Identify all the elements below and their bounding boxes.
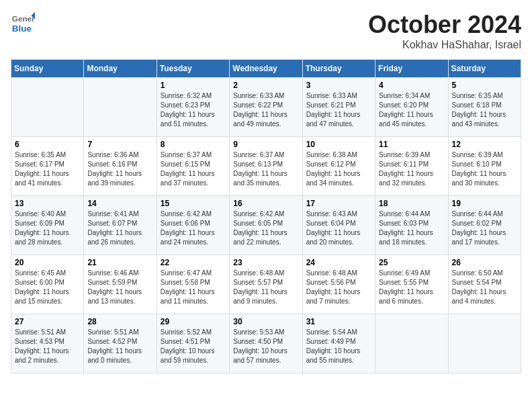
sunrise-text: Sunrise: 5:51 AM bbox=[87, 328, 138, 336]
sunrise-text: Sunrise: 6:41 AM bbox=[87, 210, 138, 218]
day-number: 17 bbox=[306, 199, 371, 208]
daylight-text: Daylight: 11 hours and 18 minutes. bbox=[379, 229, 433, 246]
day-number: 2 bbox=[233, 81, 298, 90]
calendar-cell: 12 Sunrise: 6:39 AM Sunset: 6:10 PM Dayl… bbox=[448, 137, 521, 196]
day-number: 15 bbox=[161, 199, 226, 208]
sunset-text: Sunset: 6:23 PM bbox=[161, 101, 210, 109]
sunset-text: Sunset: 4:52 PM bbox=[87, 338, 137, 345]
weekday-header-cell: Wednesday bbox=[230, 60, 302, 78]
sunset-text: Sunset: 4:51 PM bbox=[161, 338, 210, 345]
weekday-header-cell: Sunday bbox=[11, 60, 84, 78]
calendar-cell: 7 Sunrise: 6:36 AM Sunset: 6:16 PM Dayli… bbox=[84, 137, 157, 196]
sunrise-text: Sunrise: 5:51 AM bbox=[15, 328, 66, 336]
sunset-text: Sunset: 5:59 PM bbox=[87, 279, 137, 286]
calendar-cell: 30 Sunrise: 5:53 AM Sunset: 4:50 PM Dayl… bbox=[230, 314, 302, 373]
cell-info: Sunrise: 6:48 AM Sunset: 5:56 PM Dayligh… bbox=[306, 269, 371, 306]
sunrise-text: Sunrise: 6:37 AM bbox=[233, 151, 284, 158]
calendar-week-row: 27 Sunrise: 5:51 AM Sunset: 4:53 PM Dayl… bbox=[11, 314, 521, 373]
sunrise-text: Sunrise: 6:43 AM bbox=[306, 210, 357, 218]
day-number: 16 bbox=[233, 199, 298, 208]
calendar-cell bbox=[375, 314, 448, 373]
weekday-header-cell: Tuesday bbox=[157, 60, 229, 78]
daylight-text: Daylight: 11 hours and 43 minutes. bbox=[452, 111, 506, 128]
calendar-cell: 17 Sunrise: 6:43 AM Sunset: 6:04 PM Dayl… bbox=[302, 196, 375, 255]
calendar-week-row: 20 Sunrise: 6:45 AM Sunset: 6:00 PM Dayl… bbox=[11, 255, 521, 314]
daylight-text: Daylight: 11 hours and 11 minutes. bbox=[161, 288, 215, 305]
day-number: 20 bbox=[15, 258, 80, 267]
sunset-text: Sunset: 6:07 PM bbox=[87, 220, 137, 227]
sunrise-text: Sunrise: 6:32 AM bbox=[161, 92, 212, 99]
calendar-cell: 31 Sunrise: 5:54 AM Sunset: 4:49 PM Dayl… bbox=[302, 314, 375, 373]
sunrise-text: Sunrise: 6:33 AM bbox=[233, 92, 284, 99]
day-number: 14 bbox=[87, 199, 152, 208]
sunset-text: Sunset: 6:21 PM bbox=[306, 101, 356, 109]
sunrise-text: Sunrise: 5:53 AM bbox=[233, 328, 284, 336]
daylight-text: Daylight: 11 hours and 22 minutes. bbox=[233, 229, 287, 246]
sunrise-text: Sunrise: 6:35 AM bbox=[15, 151, 66, 158]
calendar-cell: 21 Sunrise: 6:46 AM Sunset: 5:59 PM Dayl… bbox=[84, 255, 157, 314]
cell-info: Sunrise: 5:52 AM Sunset: 4:51 PM Dayligh… bbox=[161, 328, 226, 365]
day-number: 18 bbox=[379, 199, 444, 208]
day-number: 25 bbox=[379, 258, 444, 267]
cell-info: Sunrise: 6:36 AM Sunset: 6:16 PM Dayligh… bbox=[87, 150, 152, 188]
daylight-text: Daylight: 11 hours and 49 minutes. bbox=[233, 111, 287, 128]
cell-info: Sunrise: 6:41 AM Sunset: 6:07 PM Dayligh… bbox=[87, 210, 152, 247]
sunrise-text: Sunrise: 6:38 AM bbox=[306, 151, 357, 158]
day-number: 1 bbox=[161, 81, 226, 90]
daylight-text: Daylight: 11 hours and 32 minutes. bbox=[379, 170, 433, 187]
sunrise-text: Sunrise: 6:48 AM bbox=[306, 269, 357, 277]
calendar-cell: 16 Sunrise: 6:42 AM Sunset: 6:05 PM Dayl… bbox=[230, 196, 302, 255]
calendar-body: 1 Sunrise: 6:32 AM Sunset: 6:23 PM Dayli… bbox=[11, 78, 521, 373]
cell-info: Sunrise: 6:39 AM Sunset: 6:10 PM Dayligh… bbox=[452, 150, 517, 188]
daylight-text: Daylight: 11 hours and 34 minutes. bbox=[306, 170, 361, 187]
sunset-text: Sunset: 6:22 PM bbox=[233, 101, 283, 109]
sunset-text: Sunset: 6:05 PM bbox=[233, 220, 283, 227]
sunset-text: Sunset: 6:18 PM bbox=[452, 101, 502, 109]
cell-info: Sunrise: 6:42 AM Sunset: 6:06 PM Dayligh… bbox=[161, 210, 226, 247]
sunset-text: Sunset: 4:50 PM bbox=[233, 338, 283, 345]
day-number: 9 bbox=[233, 140, 298, 149]
day-number: 26 bbox=[452, 258, 517, 267]
cell-info: Sunrise: 6:47 AM Sunset: 5:58 PM Dayligh… bbox=[161, 269, 226, 306]
calendar-cell: 13 Sunrise: 6:40 AM Sunset: 6:09 PM Dayl… bbox=[11, 196, 84, 255]
cell-info: Sunrise: 6:33 AM Sunset: 6:22 PM Dayligh… bbox=[233, 91, 298, 129]
calendar-cell: 27 Sunrise: 5:51 AM Sunset: 4:53 PM Dayl… bbox=[11, 314, 84, 373]
day-number: 23 bbox=[233, 258, 298, 267]
sunrise-text: Sunrise: 6:39 AM bbox=[452, 151, 503, 158]
calendar-cell: 24 Sunrise: 6:48 AM Sunset: 5:56 PM Dayl… bbox=[302, 255, 375, 314]
daylight-text: Daylight: 11 hours and 15 minutes. bbox=[15, 288, 69, 305]
calendar-cell: 26 Sunrise: 6:50 AM Sunset: 5:54 PM Dayl… bbox=[448, 255, 521, 314]
calendar-week-row: 6 Sunrise: 6:35 AM Sunset: 6:17 PM Dayli… bbox=[11, 137, 521, 196]
day-number: 31 bbox=[306, 317, 371, 326]
logo-icon: General Blue bbox=[11, 11, 35, 35]
daylight-text: Daylight: 11 hours and 24 minutes. bbox=[161, 229, 215, 246]
sunrise-text: Sunrise: 6:44 AM bbox=[379, 210, 430, 218]
daylight-text: Daylight: 11 hours and 0 minutes. bbox=[87, 347, 142, 364]
sunrise-text: Sunrise: 6:47 AM bbox=[161, 269, 212, 277]
day-number: 24 bbox=[306, 258, 371, 267]
cell-info: Sunrise: 6:44 AM Sunset: 6:03 PM Dayligh… bbox=[379, 210, 444, 247]
cell-info: Sunrise: 6:32 AM Sunset: 6:23 PM Dayligh… bbox=[161, 91, 226, 129]
sunrise-text: Sunrise: 6:39 AM bbox=[379, 151, 430, 158]
sunset-text: Sunset: 4:49 PM bbox=[306, 338, 356, 345]
calendar-cell: 29 Sunrise: 5:52 AM Sunset: 4:51 PM Dayl… bbox=[157, 314, 229, 373]
calendar-cell: 28 Sunrise: 5:51 AM Sunset: 4:52 PM Dayl… bbox=[84, 314, 157, 373]
day-number: 28 bbox=[87, 317, 152, 326]
sunset-text: Sunset: 5:55 PM bbox=[379, 279, 429, 286]
cell-info: Sunrise: 6:37 AM Sunset: 6:15 PM Dayligh… bbox=[161, 150, 226, 188]
day-number: 8 bbox=[161, 140, 226, 149]
calendar-cell: 14 Sunrise: 6:41 AM Sunset: 6:07 PM Dayl… bbox=[84, 196, 157, 255]
cell-info: Sunrise: 6:34 AM Sunset: 6:20 PM Dayligh… bbox=[379, 91, 444, 129]
day-number: 22 bbox=[161, 258, 226, 267]
calendar-cell: 25 Sunrise: 6:49 AM Sunset: 5:55 PM Dayl… bbox=[375, 255, 448, 314]
cell-info: Sunrise: 6:33 AM Sunset: 6:21 PM Dayligh… bbox=[306, 91, 371, 129]
sunrise-text: Sunrise: 6:48 AM bbox=[233, 269, 284, 277]
daylight-text: Daylight: 11 hours and 4 minutes. bbox=[452, 288, 506, 305]
sunrise-text: Sunrise: 6:49 AM bbox=[379, 269, 430, 277]
sunset-text: Sunset: 6:11 PM bbox=[379, 161, 429, 168]
calendar-week-row: 1 Sunrise: 6:32 AM Sunset: 6:23 PM Dayli… bbox=[11, 78, 521, 137]
calendar-table: SundayMondayTuesdayWednesdayThursdayFrid… bbox=[11, 59, 521, 373]
cell-info: Sunrise: 6:45 AM Sunset: 6:00 PM Dayligh… bbox=[15, 269, 80, 306]
weekday-header-cell: Saturday bbox=[448, 60, 521, 78]
calendar-cell: 3 Sunrise: 6:33 AM Sunset: 6:21 PM Dayli… bbox=[302, 78, 375, 137]
